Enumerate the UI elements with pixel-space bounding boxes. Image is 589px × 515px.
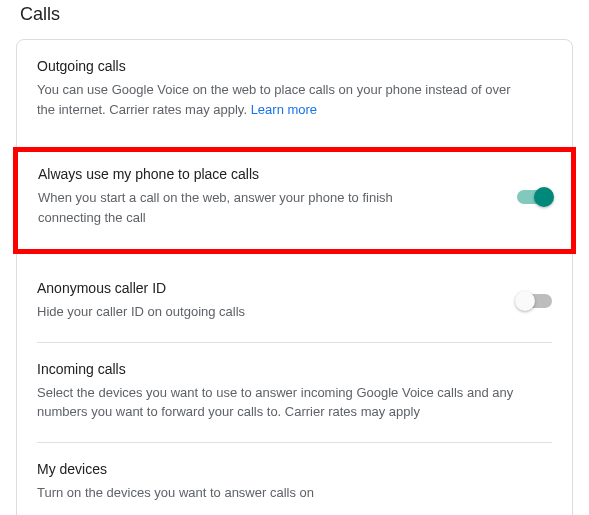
incoming-calls-section: Incoming calls Select the devices you wa… (17, 343, 572, 442)
incoming-calls-desc: Select the devices you want to use to an… (37, 383, 517, 422)
always-use-phone-text: Always use my phone to place calls When … (38, 166, 497, 227)
device-row: Web (17, 510, 572, 515)
incoming-calls-title: Incoming calls (37, 361, 552, 377)
outgoing-calls-section: Outgoing calls You can use Google Voice … (17, 40, 572, 139)
toggle-thumb (534, 187, 554, 207)
highlighted-setting: Always use my phone to place calls When … (13, 147, 576, 254)
always-use-phone-desc: When you start a call on the web, answer… (38, 188, 418, 227)
outgoing-calls-desc: You can use Google Voice on the web to p… (37, 80, 517, 119)
toggle-thumb (515, 291, 535, 311)
page-title: Calls (16, 0, 573, 39)
my-devices-title: My devices (37, 461, 552, 477)
outgoing-calls-title: Outgoing calls (37, 58, 552, 74)
anonymous-caller-title: Anonymous caller ID (37, 280, 498, 296)
anonymous-caller-row: Anonymous caller ID Hide your caller ID … (17, 262, 572, 342)
my-devices-section: My devices Turn on the devices you want … (17, 443, 572, 511)
anonymous-caller-desc: Hide your caller ID on outgoing calls (37, 302, 417, 322)
anonymous-caller-text: Anonymous caller ID Hide your caller ID … (37, 280, 498, 322)
always-use-phone-title: Always use my phone to place calls (38, 166, 497, 182)
always-use-phone-toggle[interactable] (517, 190, 551, 204)
anonymous-caller-toggle[interactable] (518, 294, 552, 308)
learn-more-link[interactable]: Learn more (251, 102, 317, 117)
calls-settings-card: Outgoing calls You can use Google Voice … (16, 39, 573, 515)
always-use-phone-row: Always use my phone to place calls When … (38, 166, 551, 227)
my-devices-desc: Turn on the devices you want to answer c… (37, 483, 517, 503)
